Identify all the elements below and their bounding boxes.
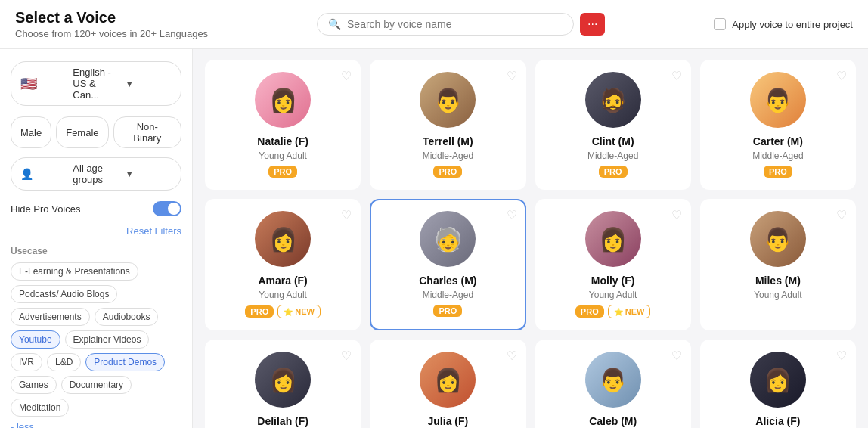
new-badge: ⭐NEW <box>608 305 651 318</box>
more-options-button[interactable]: ··· <box>580 13 605 36</box>
badges: PRO ⭐NEW <box>245 305 321 318</box>
avatar: 👩 <box>420 352 476 408</box>
voice-card[interactable]: ♡ 👩 Julia (F) <box>370 340 525 428</box>
favorite-button[interactable]: ♡ <box>507 349 517 363</box>
voice-name: Natalie (F) <box>257 135 308 147</box>
tag-explainer-videos[interactable]: Explainer Videos <box>65 330 150 349</box>
search-icon: 🔍 <box>328 18 341 30</box>
tags-container: E-Learning & PresentationsPodcasts/ Audi… <box>11 262 181 417</box>
apply-voice-checkbox[interactable] <box>714 18 726 30</box>
person-icon: 👤 <box>20 168 67 180</box>
voice-name: Molly (F) <box>591 274 635 287</box>
voice-age: Young Adult <box>754 290 802 300</box>
tag-ivr[interactable]: IVR <box>11 353 42 371</box>
voice-card[interactable]: ♡ 👨 Carter (M) Middle-Aged PRO <box>700 60 856 190</box>
tag-audiobooks[interactable]: Audiobooks <box>95 308 159 326</box>
pro-badge: PRO <box>433 166 462 178</box>
tag-games[interactable]: Games <box>11 376 57 394</box>
pro-badge: PRO <box>575 305 604 318</box>
tag-l-d[interactable]: L&D <box>47 353 81 371</box>
avatar: 👩 <box>585 211 641 267</box>
avatar: 👩 <box>255 211 311 267</box>
tag-e-learning---presentations[interactable]: E-Learning & Presentations <box>11 262 138 281</box>
page-title: Select a Voice <box>15 9 208 26</box>
pro-badge: PRO <box>433 305 462 317</box>
voice-card[interactable]: ♡ 👨 Caleb (M) <box>535 340 691 428</box>
voice-age: Young Adult <box>589 290 637 300</box>
tag-youtube[interactable]: Youtube <box>11 330 60 349</box>
badges: PRO <box>599 166 628 178</box>
avatar: 🧓 <box>420 211 476 267</box>
voice-name: Clint (M) <box>592 135 634 147</box>
age-group-label: All age groups <box>73 163 119 185</box>
voice-card[interactable]: ♡ 👨 Miles (M) Young Adult <box>700 199 856 330</box>
language-selector[interactable]: 🇺🇸 English - US & Can... ▼ <box>11 61 181 106</box>
favorite-button[interactable]: ♡ <box>671 69 682 83</box>
voice-age: Middle-Aged <box>752 150 803 161</box>
badges: PRO <box>433 305 462 317</box>
hide-pro-toggle[interactable] <box>153 201 181 216</box>
tag-meditation[interactable]: Meditation <box>11 399 69 417</box>
flag-icon: 🇺🇸 <box>20 76 67 92</box>
language-label: English - US & Can... <box>73 67 119 101</box>
tag-product-demos[interactable]: Product Demos <box>85 353 165 371</box>
avatar: 👩 <box>750 352 806 408</box>
favorite-button[interactable]: ♡ <box>836 208 847 222</box>
favorite-button[interactable]: ♡ <box>341 69 352 83</box>
header-left: Select a Voice Choose from 120+ voices i… <box>15 9 208 39</box>
avatar: 👩 <box>255 72 311 128</box>
tag-podcasts--audio-blogs[interactable]: Podcasts/ Audio Blogs <box>11 285 117 303</box>
search-input[interactable] <box>347 18 563 30</box>
apply-voice-label: Apply voice to entire project <box>732 19 853 30</box>
avatar: 👨 <box>750 72 806 128</box>
voice-card[interactable]: ♡ 👩 Alicia (F) <box>700 340 856 428</box>
less-button[interactable]: - less <box>11 417 34 428</box>
voice-card[interactable]: ♡ 🧔 Clint (M) Middle-Aged PRO <box>535 60 691 190</box>
favorite-button[interactable]: ♡ <box>507 69 517 83</box>
avatar: 👨 <box>585 352 641 408</box>
favorite-button[interactable]: ♡ <box>836 69 847 83</box>
voice-name: Carter (M) <box>753 135 803 147</box>
voice-card[interactable]: ♡ 👨 Terrell (M) Middle-Aged PRO <box>370 60 525 190</box>
tag-documentary[interactable]: Documentary <box>61 376 132 394</box>
voice-card[interactable]: ♡ 👩 Amara (F) Young Adult PRO ⭐NEW <box>205 199 361 330</box>
usecase-label: Usecase <box>11 246 181 256</box>
voice-name: Alicia (F) <box>755 415 800 427</box>
header-right: Apply voice to entire project <box>714 18 853 30</box>
page-subtitle: Choose from 120+ voices in 20+ Languages <box>15 28 208 39</box>
reset-filters-link[interactable]: Reset Filters <box>11 225 181 237</box>
header: Select a Voice Choose from 120+ voices i… <box>0 0 868 49</box>
pro-badge: PRO <box>268 166 297 178</box>
favorite-button[interactable]: ♡ <box>341 349 352 363</box>
age-group-selector[interactable]: 👤 All age groups ▼ <box>11 157 181 191</box>
voice-card[interactable]: ♡ 🧓 Charles (M) Middle-Aged PRO <box>370 199 525 330</box>
favorite-button[interactable]: ♡ <box>341 208 352 222</box>
tag-advertisements[interactable]: Advertisements <box>11 308 90 326</box>
pro-badge: PRO <box>599 166 628 178</box>
gender-male-button[interactable]: Male <box>11 116 51 148</box>
avatar: 👨 <box>750 211 806 267</box>
voice-age: Middle-Aged <box>587 150 638 161</box>
gender-female-button[interactable]: Female <box>56 116 108 148</box>
body: 🇺🇸 English - US & Can... ▼ Male Female N… <box>0 49 868 428</box>
voice-card[interactable]: ♡ 👩 Delilah (F) <box>205 340 361 428</box>
badges: PRO ⭐NEW <box>575 305 651 318</box>
voice-card[interactable]: ♡ 👩 Natalie (F) Young Adult PRO <box>205 60 361 190</box>
sidebar: 🇺🇸 English - US & Can... ▼ Male Female N… <box>0 49 193 428</box>
voice-name: Delilah (F) <box>257 415 308 427</box>
voice-card[interactable]: ♡ 👩 Molly (F) Young Adult PRO ⭐NEW <box>535 199 691 330</box>
voice-age: Young Adult <box>259 290 307 300</box>
search-bar[interactable]: 🔍 <box>317 13 574 36</box>
pro-badge: PRO <box>245 305 274 318</box>
new-badge: ⭐NEW <box>277 305 321 318</box>
voice-age: Middle-Aged <box>423 150 473 161</box>
favorite-button[interactable]: ♡ <box>507 208 517 222</box>
favorite-button[interactable]: ♡ <box>671 349 682 363</box>
favorite-button[interactable]: ♡ <box>671 208 682 222</box>
voice-name: Julia (F) <box>428 415 469 427</box>
gender-nonbinary-button[interactable]: Non-Binary <box>113 116 181 148</box>
favorite-button[interactable]: ♡ <box>836 349 847 363</box>
voice-name: Charles (M) <box>419 274 476 287</box>
avatar: 🧔 <box>585 72 641 128</box>
voice-name: Terrell (M) <box>423 135 473 147</box>
